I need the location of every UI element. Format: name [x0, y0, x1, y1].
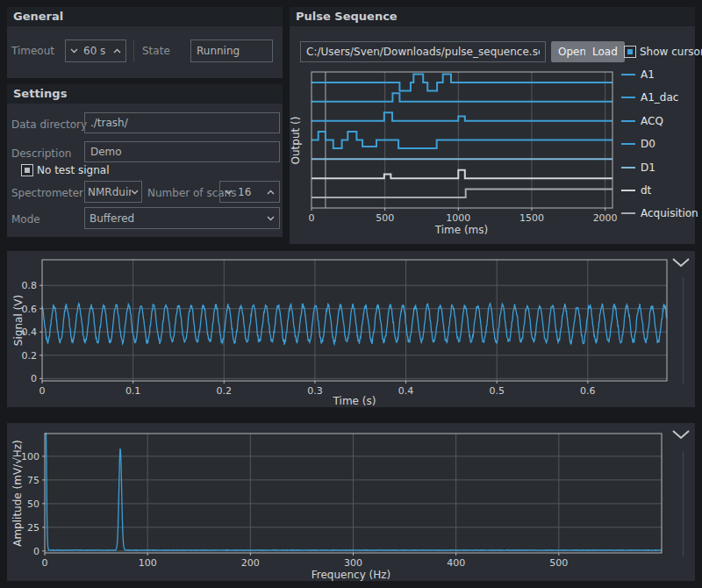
legend-label: D0: [641, 138, 655, 150]
spectrum-plot[interactable]: 01002003004005000255075100: [7, 427, 683, 577]
spectrum-section: 01002003004005000255075100 Frequency (Hz…: [7, 423, 695, 581]
svg-text:200: 200: [241, 557, 260, 569]
checkbox-check-mark: [25, 168, 30, 173]
chevron-down-icon[interactable]: [70, 48, 78, 54]
pulse-plot-ylabel: Output (): [290, 110, 302, 171]
legend-item-Acquisition: Acquisition: [621, 208, 698, 219]
chevron-down-icon: [670, 256, 691, 269]
description-field[interactable]: [84, 141, 280, 162]
legend-line-sample: [621, 97, 635, 98]
svg-text:500: 500: [549, 557, 568, 569]
svg-text:0: 0: [39, 385, 46, 397]
svg-text:25: 25: [27, 522, 39, 534]
legend-label: dt: [641, 184, 651, 197]
legend-label: A1_dac: [641, 91, 678, 104]
num-scans-spinner[interactable]: 16: [219, 181, 280, 203]
collapse-signal-button[interactable]: [670, 256, 691, 270]
legend-line-sample: [621, 143, 635, 145]
svg-text:500: 500: [376, 212, 394, 224]
no-test-signal-checkbox[interactable]: [21, 164, 33, 176]
pulse-sequence-plot[interactable]: 0500100015002000: [292, 67, 619, 239]
svg-text:1000: 1000: [446, 212, 470, 224]
svg-text:0.5: 0.5: [489, 385, 505, 397]
chevron-down-icon: [670, 428, 691, 441]
spectrometer-label: Spectrometer: [11, 187, 83, 199]
signal-plot-xlabel: Time (s): [267, 395, 442, 407]
timeout-label: Timeout: [11, 45, 54, 57]
chevron-up-icon[interactable]: [267, 190, 275, 195]
svg-text:100: 100: [21, 451, 39, 463]
legend-line-sample: [621, 167, 635, 169]
timeout-spinner-value: 60 s: [83, 45, 113, 57]
legend-label: D1: [641, 161, 655, 174]
spectrometer-dropdown[interactable]: NMRduino: [84, 181, 142, 203]
svg-text:0.1: 0.1: [125, 385, 141, 397]
separator: [133, 39, 134, 62]
load-button[interactable]: Load: [585, 41, 625, 62]
pulse-sequence-panel: Pulse Sequence Open Load Show cursor 050…: [290, 7, 695, 244]
signal-plot[interactable]: 00.10.20.30.40.50.600.20.40.60.8: [7, 253, 683, 404]
legend-line-sample: [621, 120, 635, 122]
settings-panel: Settings Data directory Description No t…: [7, 84, 283, 237]
no-test-signal-label: No test signal: [37, 164, 110, 176]
chevron-down-icon: [131, 190, 139, 195]
svg-text:400: 400: [447, 557, 465, 569]
pulse-plot-legend: A1A1_dacACQD0D1dtAcquisition: [621, 7, 695, 244]
legend-item-D1: D1: [621, 162, 655, 173]
mode-label: Mode: [11, 213, 40, 226]
legend-item-ACQ: ACQ: [621, 116, 663, 126]
legend-line-sample: [621, 74, 635, 75]
legend-label: Acquisition: [641, 207, 698, 219]
state-label: State: [142, 45, 170, 57]
sequence-file-path-field[interactable]: [300, 41, 546, 62]
state-field[interactable]: [190, 39, 273, 62]
data-directory-label: Data directory: [11, 118, 87, 131]
svg-text:0: 0: [42, 557, 48, 569]
svg-text:75: 75: [27, 475, 39, 486]
spectrum-scrollbar[interactable]: [683, 451, 684, 556]
pulse-plot-xlabel: Time (ms): [374, 224, 549, 236]
signal-section: 00.10.20.30.40.50.600.20.40.60.8 Time (s…: [7, 251, 695, 407]
svg-text:0.2: 0.2: [217, 385, 233, 397]
num-scans-spinner-value: 16: [238, 186, 267, 198]
timeout-spinner[interactable]: 60 s: [65, 39, 126, 62]
svg-text:0: 0: [309, 212, 315, 224]
legend-line-sample: [621, 212, 635, 214]
svg-text:1500: 1500: [519, 212, 544, 224]
legend-label: ACQ: [641, 115, 663, 127]
svg-text:2000: 2000: [593, 212, 618, 224]
legend-item-D0: D0: [621, 139, 655, 149]
description-label: Description: [11, 147, 71, 160]
collapse-spectrum-button[interactable]: [670, 428, 691, 442]
signal-plot-ylabel: Signal (V): [12, 285, 25, 355]
svg-text:0: 0: [31, 373, 37, 384]
mode-dropdown[interactable]: Buffered: [84, 207, 280, 229]
svg-text:300: 300: [344, 557, 362, 569]
chevron-up-icon[interactable]: [113, 48, 121, 54]
general-panel-header: General: [7, 7, 283, 26]
main-window: General Timeout 60 s State Settings Data…: [0, 0, 702, 588]
settings-panel-header: Settings: [7, 84, 283, 104]
legend-line-sample: [621, 190, 635, 191]
spectrum-plot-ylabel: Amplitude (mV/√Hz): [11, 432, 24, 555]
spectrum-plot-xlabel: Frequency (Hz): [263, 569, 439, 581]
legend-label: A1: [641, 68, 655, 81]
spectrometer-dropdown-value: NMRduino: [88, 186, 131, 198]
signal-scrollbar[interactable]: [683, 277, 684, 384]
mode-dropdown-value: Buffered: [90, 212, 134, 225]
svg-text:0: 0: [33, 546, 39, 557]
legend-item-dt: dt: [621, 185, 651, 196]
chevron-down-icon: [267, 216, 275, 221]
svg-text:0.6: 0.6: [580, 385, 596, 397]
general-panel: General Timeout 60 s State: [7, 7, 283, 78]
data-directory-field[interactable]: [84, 112, 280, 133]
svg-text:100: 100: [139, 557, 157, 569]
legend-item-A1_dac: A1_dac: [621, 92, 678, 103]
svg-text:50: 50: [27, 498, 39, 510]
chevron-down-icon[interactable]: [225, 190, 233, 195]
legend-item-A1: A1: [621, 69, 655, 80]
